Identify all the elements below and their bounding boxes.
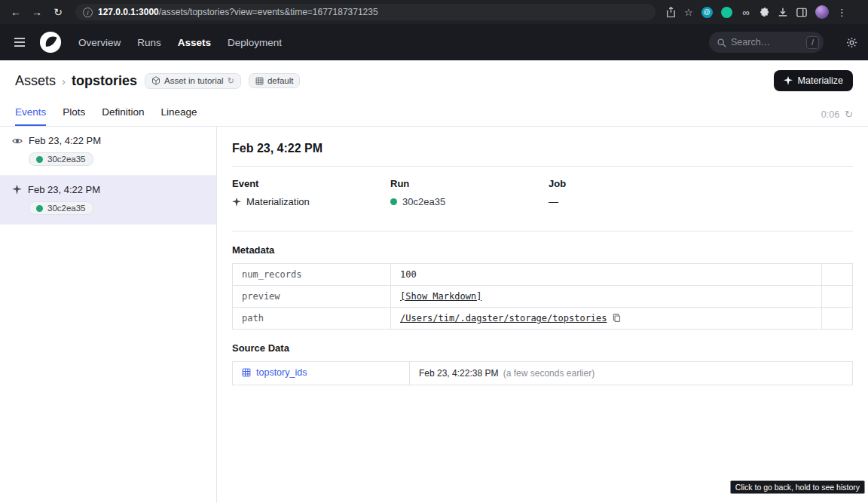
run-status-dot <box>36 156 43 163</box>
tab-lineage[interactable]: Lineage <box>161 106 197 126</box>
job-value: — <box>549 196 707 207</box>
side-panel-icon[interactable] <box>796 8 807 17</box>
extension-badge-at[interactable]: @ <box>701 7 713 18</box>
path-link[interactable]: /Users/tim/.dagster/storage/topstories <box>400 313 607 324</box>
materialization-sparkle-icon <box>232 198 241 207</box>
infinity-extension-icon[interactable]: ∞ <box>741 7 752 18</box>
dagster-logo[interactable] <box>39 31 62 54</box>
run-id-tag[interactable]: 30c2ea35 <box>29 152 93 166</box>
source-timestamp: Feb 23, 4:22:38 PM <box>419 368 498 379</box>
metadata-table: num_records 100 preview [Show Markdown] … <box>232 263 853 330</box>
event-detail-title: Feb 23, 4:22 PM <box>232 142 853 155</box>
nav-item-assets[interactable]: Assets <box>178 37 211 48</box>
url-path: /assets/topstories?view=events&time=1677… <box>159 7 378 17</box>
asset-tutorial-tag[interactable]: Asset in tutorial ↻ <box>145 73 241 89</box>
share-icon[interactable] <box>666 7 676 17</box>
nav-item-deployment[interactable]: Deployment <box>228 37 282 48</box>
divider <box>232 231 853 232</box>
browser-chrome: ← → ↻ i 127.0.0.1:3000/assets/topstories… <box>0 0 868 24</box>
metadata-extra-cell <box>822 286 853 308</box>
event-column-label: Event <box>232 178 390 189</box>
upstream-asset-name: topstory_ids <box>256 367 307 378</box>
reload-icon[interactable]: ↻ <box>50 0 66 24</box>
event-list-sidebar: Feb 23, 4:22 PM 30c2ea35 Feb 23, 4:22 PM… <box>0 127 217 503</box>
observation-eye-icon <box>12 136 23 146</box>
metadata-extra-cell <box>822 264 853 286</box>
run-id-link[interactable]: 30c2ea35 <box>402 196 445 207</box>
job-column: Job — <box>549 178 707 207</box>
asset-cube-icon <box>151 76 160 85</box>
search-input[interactable] <box>731 37 802 48</box>
group-default-tag[interactable]: default <box>249 73 301 88</box>
run-status-dot <box>390 198 397 205</box>
metadata-heading: Metadata <box>232 244 853 256</box>
search-box[interactable]: / <box>709 32 824 53</box>
asset-tabs: Events Plots Definition Lineage 0:06 ↻ <box>0 101 868 127</box>
nav-links: Overview Runs Assets Deployment <box>78 37 282 48</box>
back-button-tooltip: Click to go back, hold to see history <box>730 480 865 494</box>
event-column: Event Materialization <box>232 178 390 207</box>
run-id-label: 30c2ea35 <box>47 204 86 213</box>
metadata-key: preview <box>233 286 391 308</box>
settings-gear-icon[interactable] <box>846 37 857 48</box>
event-detail-panel: Feb 23, 4:22 PM Event Materialization Ru… <box>217 127 868 503</box>
run-status-dot <box>36 205 43 212</box>
search-icon <box>717 38 726 48</box>
show-markdown-link[interactable]: [Show Markdown] <box>400 291 481 302</box>
group-grid-icon <box>255 77 264 85</box>
run-id-label: 30c2ea35 <box>47 155 86 164</box>
page-header: Assets › topstories Asset in tutorial ↻ … <box>0 60 868 101</box>
run-column-label: Run <box>390 178 549 189</box>
url-bar[interactable]: i 127.0.0.1:3000/assets/topstories?view=… <box>75 4 656 20</box>
event-list-item-observation[interactable]: Feb 23, 4:22 PM 30c2ea35 <box>0 127 216 176</box>
downloads-icon[interactable] <box>778 7 788 17</box>
materialization-sparkle-icon <box>12 185 22 195</box>
forward-icon[interactable]: → <box>29 0 45 24</box>
reload-repo-icon[interactable]: ↻ <box>228 76 234 86</box>
refresh-icon[interactable]: ↻ <box>845 109 853 120</box>
tab-plots[interactable]: Plots <box>63 106 85 126</box>
nav-item-overview[interactable]: Overview <box>78 37 121 48</box>
asset-tutorial-tag-label: Asset in tutorial <box>164 76 224 85</box>
bookmark-star-icon[interactable]: ☆ <box>684 8 693 17</box>
metadata-section: Metadata num_records 100 preview [Show M… <box>232 244 853 330</box>
back-icon[interactable]: ← <box>8 0 24 24</box>
materialize-button-label: Materialize <box>798 75 843 86</box>
refresh-timer: 0:06 ↻ <box>821 109 853 126</box>
tab-events[interactable]: Events <box>15 106 46 126</box>
run-id-tag[interactable]: 30c2ea35 <box>29 201 93 215</box>
content-area: Feb 23, 4:22 PM 30c2ea35 Feb 23, 4:22 PM… <box>0 127 868 503</box>
source-data-table: topstory_ids Feb 23, 4:22:38 PM (a few s… <box>232 361 853 385</box>
event-list-item-materialization[interactable]: Feb 23, 4:22 PM 30c2ea35 <box>0 176 216 225</box>
profile-avatar[interactable] <box>815 5 829 19</box>
refresh-timer-value: 0:06 <box>821 109 839 120</box>
materialize-button[interactable]: Materialize <box>774 70 853 91</box>
tab-definition[interactable]: Definition <box>102 106 144 126</box>
metadata-row-preview: preview [Show Markdown] <box>233 286 853 308</box>
url-text: 127.0.0.1:3000/assets/topstories?view=ev… <box>98 7 378 17</box>
browser-menu-icon[interactable]: ⋮ <box>837 8 847 17</box>
copy-path-icon[interactable] <box>612 313 622 323</box>
event-type-value: Materialization <box>246 196 310 207</box>
url-host: 127.0.0.1:3000 <box>98 7 159 17</box>
metadata-value: 100 <box>391 264 822 286</box>
nav-item-runs[interactable]: Runs <box>137 37 161 48</box>
metadata-key: path <box>233 308 391 330</box>
source-data-section: Source Data topstory_ids Feb 23, 4:22:38… <box>232 342 853 385</box>
breadcrumb-current: topstories <box>72 73 137 89</box>
upstream-asset-link[interactable]: topstory_ids <box>242 367 307 378</box>
metadata-row-num-records: num_records 100 <box>233 264 853 286</box>
app-nav-bar: Overview Runs Assets Deployment / <box>0 24 868 60</box>
metadata-extra-cell <box>822 308 853 330</box>
metadata-row-path: path /Users/tim/.dagster/storage/topstor… <box>233 308 853 330</box>
grammarly-extension-icon[interactable] <box>721 7 732 18</box>
table-grid-icon <box>242 368 251 377</box>
source-data-heading: Source Data <box>232 342 853 354</box>
metadata-key: num_records <box>233 264 391 286</box>
event-summary-row: Event Materialization Run 30c2ea35 Job — <box>232 167 853 220</box>
source-data-row: topstory_ids Feb 23, 4:22:38 PM (a few s… <box>233 362 853 385</box>
extensions-puzzle-icon[interactable] <box>760 8 769 17</box>
site-info-icon[interactable]: i <box>83 8 93 17</box>
hamburger-menu-icon[interactable] <box>11 34 29 51</box>
breadcrumb-assets[interactable]: Assets <box>15 73 56 89</box>
